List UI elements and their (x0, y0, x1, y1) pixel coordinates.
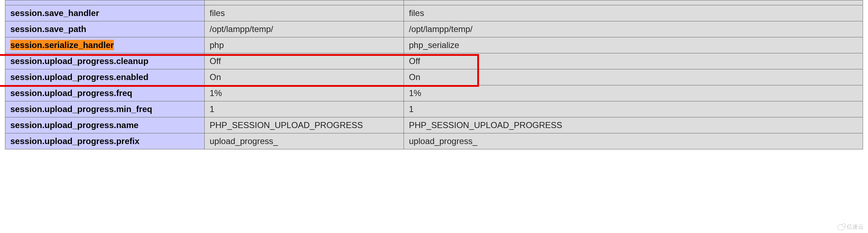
local-value-cell: 1% (205, 85, 404, 101)
local-value-cell: upload_progress_ (205, 133, 404, 149)
master-value-cell: Off (404, 53, 863, 69)
local-value-cell (205, 0, 404, 5)
directive-cell: session.save_handler (5, 5, 205, 21)
master-value-cell: 1 (404, 101, 863, 117)
local-value-cell: Off (205, 53, 404, 69)
local-value-cell: 1 (205, 101, 404, 117)
master-value-cell: /opt/lampp/temp/ (404, 21, 863, 37)
directive-cell: session.upload_progress.min_freq (5, 101, 205, 117)
directive-cell: session.save_path (5, 21, 205, 37)
master-value-cell: PHP_SESSION_UPLOAD_PROGRESS (404, 117, 863, 133)
local-value-cell: PHP_SESSION_UPLOAD_PROGRESS (205, 117, 404, 133)
master-value-cell: 1% (404, 85, 863, 101)
local-value-cell: /opt/lampp/temp/ (205, 21, 404, 37)
local-value-cell: On (205, 69, 404, 85)
master-value-cell: On (404, 69, 863, 85)
table-row: session.upload_progress.min_freq11 (5, 101, 863, 117)
directive-cell: session.upload_progress.freq (5, 85, 205, 101)
table-row: session.upload_progress.namePHP_SESSION_… (5, 117, 863, 133)
table-row (5, 0, 863, 5)
master-value-cell: php_serialize (404, 37, 863, 53)
table-row: session.save_path/opt/lampp/temp//opt/la… (5, 21, 863, 37)
table-row: session.serialize_handlerphpphp_serializ… (5, 37, 863, 53)
highlighted-directive: session.serialize_handler (10, 40, 114, 50)
local-value-cell: files (205, 5, 404, 21)
master-value-cell: files (404, 5, 863, 21)
directive-cell: session.upload_progress.enabled (5, 69, 205, 85)
local-value-cell: php (205, 37, 404, 53)
table-row: session.upload_progress.enabledOnOn (5, 69, 863, 85)
table-row: session.upload_progress.prefixupload_pro… (5, 133, 863, 149)
table-row: session.save_handlerfilesfiles (5, 5, 863, 21)
directive-cell: session.upload_progress.name (5, 117, 205, 133)
directive-cell: session.upload_progress.cleanup (5, 53, 205, 69)
master-value-cell: upload_progress_ (404, 133, 863, 149)
directive-cell (5, 0, 205, 5)
php-config-table: session.save_handlerfilesfilessession.sa… (5, 0, 863, 149)
table-row: session.upload_progress.freq1%1% (5, 85, 863, 101)
table-row: session.upload_progress.cleanupOffOff (5, 53, 863, 69)
directive-cell: session.serialize_handler (5, 37, 205, 53)
master-value-cell (404, 0, 863, 5)
directive-cell: session.upload_progress.prefix (5, 133, 205, 149)
